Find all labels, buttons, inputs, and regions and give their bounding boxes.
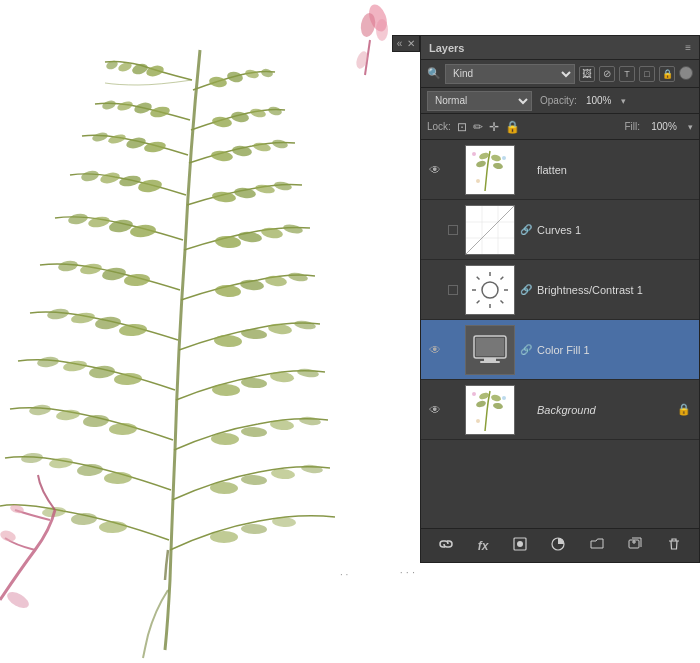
layer-name-curves1: Curves 1 [533,224,695,236]
filter-kind-select[interactable]: Kind [445,64,575,84]
panel-menu-icon: ≡ [685,42,691,53]
opacity-label: Opacity: [540,95,577,106]
fill-value[interactable]: 100% [646,121,682,132]
svg-point-101 [472,152,476,156]
panel-title: Layers [429,42,464,54]
delete-layer-button[interactable] [663,535,685,556]
blend-mode-select[interactable]: Normal [427,91,532,111]
fill-dropdown-icon: ▾ [688,122,693,132]
layers-panel: Layers ≡ 🔍 Kind 🖼 ⊘ T □ 🔒 Normal Opacity… [420,35,700,563]
filter-shape-icon[interactable]: □ [639,66,655,82]
link-layers-button[interactable] [435,535,457,556]
link-icon-cf: 🔗 [520,344,532,355]
layer-visibility-background[interactable]: 👁 [425,403,445,417]
add-layer-style-button[interactable]: fx [474,537,493,555]
layer-flatten[interactable]: 👁 flatten [421,140,699,200]
trash-icon [667,537,681,551]
svg-point-103 [476,179,480,183]
filter-type-icon[interactable]: T [619,66,635,82]
svg-point-130 [472,392,476,396]
svg-point-134 [517,541,523,547]
blend-mode-row: Normal Opacity: 100% ▾ [421,88,699,114]
layer-check-curves1[interactable] [445,225,461,235]
filter-smartobj-icon[interactable]: 🔒 [659,66,675,82]
lock-transparent-icon[interactable]: ⊡ [457,120,467,134]
panel-header: Layers ≡ [421,36,699,60]
svg-rect-124 [476,338,504,356]
new-layer-button[interactable] [624,535,646,556]
link-icon: 🔗 [520,224,532,235]
collapse-panel-button[interactable]: « ✕ [392,35,420,52]
svg-point-3 [376,19,388,41]
svg-point-132 [476,419,480,423]
eye-icon: 👁 [429,163,441,177]
close-panel-icon: ✕ [407,38,415,49]
layer-visibility-colorfill1[interactable]: 👁 [425,343,445,357]
double-arrow-icon: « [397,38,403,49]
svg-text:· ·: · · [340,569,348,580]
brightness-thumbnail-image [466,266,514,314]
layer-name-background: Background [533,404,677,416]
link-icon-bottom [439,537,453,551]
svg-point-89 [210,531,238,543]
layer-name-flatten: flatten [533,164,695,176]
lock-position-icon[interactable]: ✛ [489,120,499,134]
layer-name-colorfill1: Color Fill 1 [533,344,695,356]
layer-thumbnail-background [465,385,515,435]
layer-thumbnail-bc1 [465,265,515,315]
background-thumbnail-image [466,386,514,434]
lock-label: Lock: [427,121,451,132]
new-layer-icon [628,537,642,551]
mask-icon [513,537,527,551]
layers-list: 👁 flatten [421,140,699,528]
checkbox-bc1 [448,285,458,295]
layer-link-curves1[interactable]: 🔗 [519,224,533,235]
filter-icons: 🖼 ⊘ T □ 🔒 [579,66,693,82]
svg-point-131 [502,396,506,400]
layer-visibility-flatten[interactable]: 👁 [425,163,445,177]
filter-row: 🔍 Kind 🖼 ⊘ T □ 🔒 [421,60,699,88]
lock-all-icon[interactable]: 🔒 [505,120,520,134]
svg-rect-122 [484,358,496,361]
opacity-value[interactable]: 100% [581,95,617,106]
layer-check-bc1[interactable] [445,285,461,295]
search-icon: 🔍 [427,67,441,80]
layer-link-cf[interactable]: 🔗 [519,344,533,355]
flatten-thumbnail-image [466,146,514,194]
adjustment-icon [551,537,565,551]
filter-adjustment-icon[interactable]: ⊘ [599,66,615,82]
checkbox-curves1 [448,225,458,235]
lock-icons: ⊡ ✏ ✛ 🔒 [457,120,619,134]
curves-thumbnail-image [466,206,514,254]
layer-colorfill1[interactable]: 👁 🔗 Color Fill 1 [421,320,699,380]
eye-icon-cf: 👁 [429,343,441,357]
link-icon-bc: 🔗 [520,284,532,295]
panel-menu-button[interactable]: ≡ [685,42,691,53]
new-group-button[interactable] [586,535,608,556]
fill-label: Fill: [624,121,640,132]
svg-rect-123 [480,361,500,363]
filter-toggle-icon[interactable] [679,66,693,80]
new-adjustment-button[interactable] [547,535,569,556]
layer-name-bc1: Brightness/Contrast 1 [533,284,695,296]
svg-point-102 [502,156,506,160]
lock-row: Lock: ⊡ ✏ ✛ 🔒 Fill: 100% ▾ [421,114,699,140]
canvas-image: · · [0,0,390,663]
layer-bc1[interactable]: 🔗 Brightness/Contrast 1 [421,260,699,320]
layer-link-bc1[interactable]: 🔗 [519,284,533,295]
layer-background[interactable]: 👁 Background 🔒 [421,380,699,440]
add-mask-button[interactable] [509,535,531,556]
lock-image-icon[interactable]: ✏ [473,120,483,134]
scroll-indicator: · · · [400,566,415,578]
layer-lock-icon-background: 🔒 [677,403,695,416]
opacity-dropdown-icon: ▾ [621,96,626,106]
layer-curves1[interactable]: 🔗 Curves 1 [421,200,699,260]
folder-icon [590,537,604,551]
filter-pixel-icon[interactable]: 🖼 [579,66,595,82]
panel-bottom-toolbar: fx [421,528,699,562]
layer-thumbnail-curves1 [465,205,515,255]
eye-icon-bg: 👁 [429,403,441,417]
layer-thumbnail-colorfill1 [465,325,515,375]
layer-thumbnail-flatten [465,145,515,195]
colorfill-thumbnail-image [466,326,514,374]
